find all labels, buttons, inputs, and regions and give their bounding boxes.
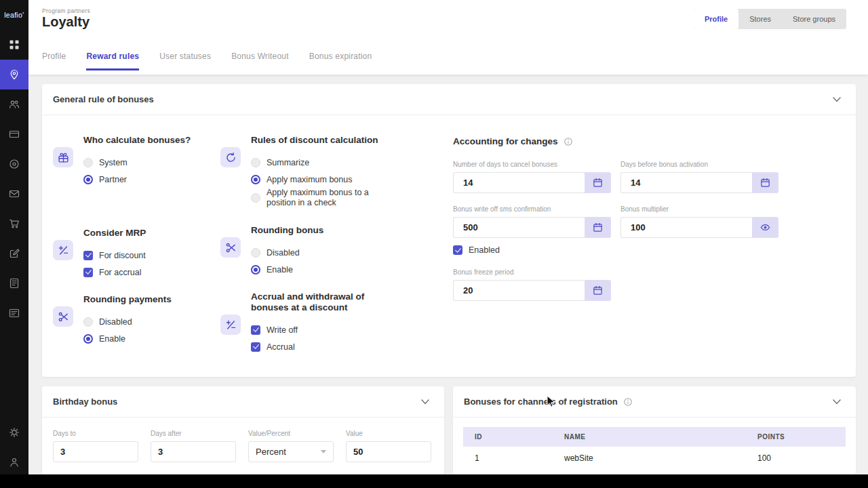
calendar-icon [760, 178, 770, 188]
radio-apply-maximum-bonus[interactable]: Apply maximum bonus [251, 171, 392, 188]
sidebar-item-loyalty[interactable] [0, 60, 28, 89]
brand-logo: leafio’ [0, 0, 28, 30]
table-row[interactable]: 1 webSite 100 [463, 447, 846, 470]
days-activation-input[interactable] [620, 172, 752, 193]
general-rules-card: General rule of bonuses Who calculate bo… [42, 84, 856, 377]
radio-apply-maximum-position[interactable]: Apply maximum bonus to a position in a c… [251, 188, 392, 208]
radio-rpay-enable[interactable]: Enable [83, 330, 172, 347]
calendar-button[interactable] [585, 217, 611, 238]
tab-bonus-writeout[interactable]: Bonus Writeout [231, 52, 289, 70]
sidebar-item-messages[interactable] [0, 179, 28, 209]
days-to-input[interactable] [53, 441, 138, 462]
location-pin-icon [9, 69, 20, 80]
calendar-button[interactable] [752, 172, 778, 193]
cell-id: 1 [463, 453, 564, 463]
sidebar-item-documents[interactable] [0, 298, 28, 328]
sidebar-item-payments[interactable] [0, 119, 28, 149]
accounting-title: Accounting for changes [453, 136, 558, 147]
radio-icon [251, 248, 260, 258]
field-days-activation: Days before bonus activation [620, 161, 778, 193]
calendar-icon [593, 285, 603, 296]
sidebar-item-discounts[interactable] [0, 149, 28, 179]
sidebar-item-editor[interactable] [0, 239, 28, 268]
days-cancel-input[interactable] [453, 172, 585, 193]
scissors-icon [220, 237, 241, 258]
sidebar-item-settings[interactable] [0, 418, 28, 447]
sms-confirmation-input[interactable] [453, 217, 585, 238]
collapse-button[interactable] [421, 399, 429, 405]
sidebar-item-account[interactable] [0, 447, 28, 477]
group-title: Who calculate bonuses? [83, 135, 191, 146]
days-after-input[interactable] [151, 441, 236, 462]
radio-icon [83, 334, 93, 344]
tab-bonus-expiration[interactable]: Bonus expiration [309, 52, 372, 70]
radio-rbonus-disabled[interactable]: Disabled [251, 244, 323, 261]
field-sms-confirmation: Bonus write off sms confirmation [453, 205, 611, 238]
apps-icon [9, 39, 20, 50]
breadcrumb: Program partners [42, 7, 90, 14]
radio-partner[interactable]: Partner [83, 171, 191, 188]
column-rules: Rules of discount calculation Summarize … [220, 135, 407, 355]
calendar-button[interactable] [585, 280, 611, 301]
tab-user-statuses[interactable]: User statuses [159, 52, 211, 70]
notebook-icon [9, 278, 20, 289]
sidebar-item-reports[interactable] [0, 268, 28, 298]
eye-button[interactable] [752, 217, 778, 238]
radio-rbonus-enable[interactable]: Enable [251, 261, 323, 278]
adjust-icon [220, 314, 241, 335]
group-who-calculates: Who calculate bonuses? System Partner [53, 135, 216, 188]
bottom-black-bar [0, 474, 868, 488]
top-header: Program partners Loyalty Profile Stores … [28, 0, 868, 75]
col-header-name: NAME [564, 433, 757, 441]
radio-summarize[interactable]: Summarize [251, 154, 392, 171]
field-value: Value [346, 430, 431, 462]
checkbox-write-off[interactable]: Write off [251, 321, 387, 338]
value-input[interactable] [346, 441, 431, 462]
channels-card-header: Bonuses for channels of registration [453, 386, 856, 418]
checkbox-icon [83, 268, 93, 277]
tab-reward-rules[interactable]: Reward rules [86, 52, 139, 70]
col-header-points: POINTS [757, 433, 846, 441]
sidebar-item-orders[interactable] [0, 209, 28, 239]
calendar-button[interactable] [585, 172, 611, 193]
info-icon[interactable] [564, 137, 573, 146]
field-days-to: Days to [53, 430, 138, 462]
radio-icon [83, 158, 93, 167]
checkbox-for-accrual[interactable]: For accrual [83, 264, 146, 281]
checkbox-for-discount[interactable]: For discount [83, 247, 146, 264]
sidebar-item-apps[interactable] [0, 30, 28, 60]
column-who: Who calculate bonuses? System Partner Co… [53, 135, 216, 347]
collapse-button[interactable] [833, 97, 841, 102]
calendar-icon [593, 178, 603, 188]
cell-points: 100 [757, 453, 846, 463]
field-value-percent: Value/Percent Percent [248, 430, 334, 462]
compose-icon [9, 248, 20, 259]
sidebar-item-customers[interactable] [0, 89, 28, 119]
freeze-period-input[interactable] [453, 280, 585, 301]
tab-bar: Profile Reward rules User statuses Bonus… [42, 52, 372, 70]
birthday-bonus-card: Birthday bonus Days to Days after Value/… [42, 386, 444, 474]
radio-icon [251, 158, 260, 167]
sync-icon [220, 147, 241, 167]
radio-rpay-disabled[interactable]: Disabled [83, 313, 172, 330]
checkbox-accrual[interactable]: Accrual [251, 338, 387, 355]
segment-store-groups[interactable]: Store groups [782, 9, 846, 29]
general-rules-title: General rule of bonuses [53, 94, 154, 104]
user-profile-icon [9, 457, 20, 468]
birthday-title: Birthday bonus [53, 396, 117, 407]
collapse-button[interactable] [833, 399, 841, 405]
segment-stores[interactable]: Stores [738, 9, 782, 29]
value-percent-select[interactable]: Percent [248, 441, 334, 462]
bonus-multiplier-input[interactable] [620, 217, 752, 238]
group-title: Consider MRP [83, 228, 146, 239]
general-rules-card-header: General rule of bonuses [42, 84, 856, 115]
tab-profile[interactable]: Profile [42, 52, 66, 70]
segment-profile[interactable]: Profile [694, 9, 738, 29]
sidebar: leafio’ [0, 0, 28, 488]
checkbox-enabled[interactable]: Enabled [453, 245, 785, 255]
radio-system[interactable]: System [83, 154, 191, 171]
credit-card-icon [9, 129, 20, 140]
group-rounding-bonus: Rounding bonus Disabled Enable [220, 225, 407, 278]
channels-table: ID NAME POINTS 1 webSite 100 [463, 427, 846, 470]
info-icon[interactable] [623, 397, 633, 407]
